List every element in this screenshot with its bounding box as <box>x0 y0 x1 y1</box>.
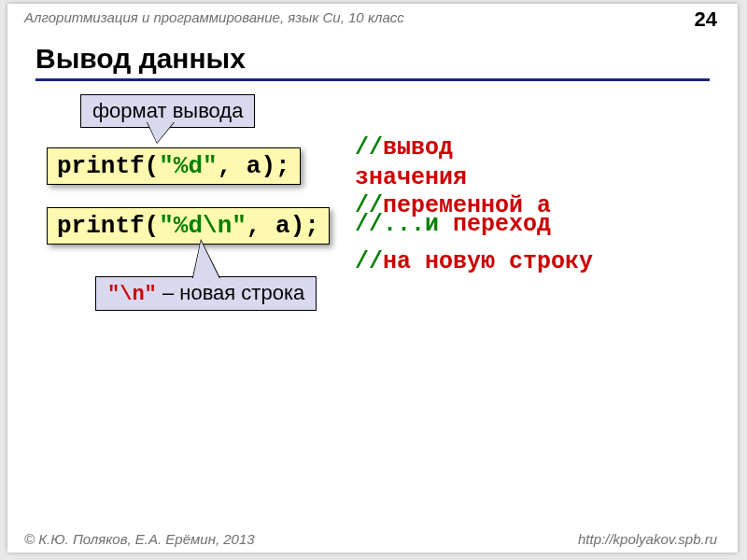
callout-code: "\n" <box>107 283 157 306</box>
slide-title: Вывод данных <box>35 43 246 75</box>
comment-text: переход <box>453 211 551 238</box>
comment-text: вывод <box>383 134 453 161</box>
comment-slash: // <box>355 134 383 161</box>
comment-slash: // <box>355 211 383 238</box>
comment-slash: // <box>355 248 383 275</box>
code-rest: , a); <box>218 152 290 180</box>
code-format-string: "%d\n" <box>159 212 247 240</box>
code-format-string: "%d" <box>159 152 217 180</box>
comment-line-2: значения <box>355 164 467 191</box>
title-underline <box>35 78 710 81</box>
comment-text: ...и <box>383 211 453 238</box>
comment-text: на новую строку <box>383 248 593 275</box>
footer-url: http://kpolyakov.spb.ru <box>578 531 717 547</box>
code-fn: printf( <box>57 152 159 180</box>
comment-line-1: //вывод <box>355 134 453 161</box>
callout-newline: "\n" – новая строка <box>95 276 317 311</box>
comment-line-4: //...и переход <box>355 211 551 238</box>
footer-copyright: © К.Ю. Поляков, Е.А. Ерёмин, 2013 <box>24 531 255 547</box>
callout-tail <box>188 241 219 278</box>
comment-line-5: //на новую строку <box>355 248 593 275</box>
code-fn: printf( <box>57 212 159 240</box>
code-printf-1: printf("%d", a); <box>47 147 301 185</box>
callout-text: – новая строка <box>157 281 304 304</box>
code-rest: , a); <box>247 212 319 240</box>
callout-tail <box>144 122 174 143</box>
slide-header: Алгоритмизация и программирование, язык … <box>24 9 404 25</box>
slide: Алгоритмизация и программирование, язык … <box>7 4 738 553</box>
page-number: 24 <box>695 7 717 32</box>
